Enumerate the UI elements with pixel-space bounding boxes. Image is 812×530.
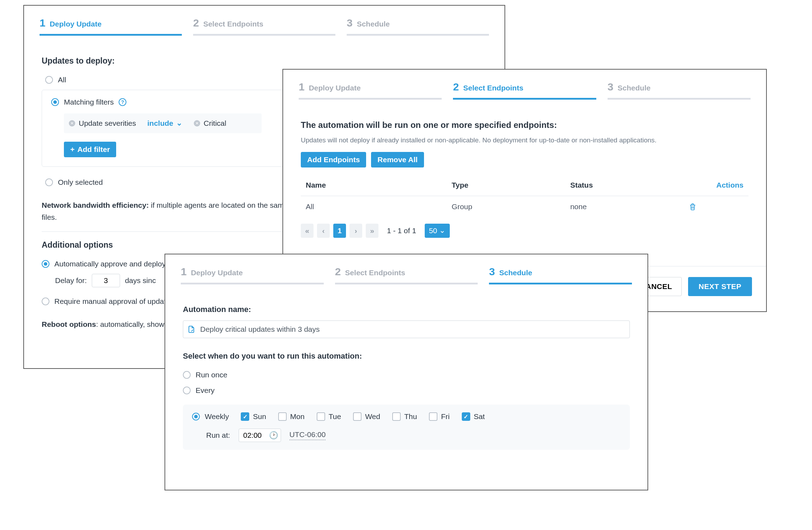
- automation-name-field[interactable]: [183, 320, 630, 338]
- table-header-row: Name Type Status Actions: [301, 175, 748, 196]
- step-schedule[interactable]: 3Schedule: [347, 17, 489, 36]
- radio-every[interactable]: Every: [183, 383, 630, 398]
- day-label: Wed: [365, 412, 380, 421]
- day-label: Tue: [329, 412, 341, 421]
- add-endpoints-button[interactable]: Add Endpoints: [301, 152, 366, 167]
- radio-dot-icon: [45, 76, 53, 84]
- weekly-schedule-group: Weekly Sun Mon Tue Wed: [183, 405, 630, 450]
- checkbox-icon: [392, 412, 401, 421]
- step-select-endpoints[interactable]: 2Select Endpoints: [335, 266, 478, 284]
- every-label: Every: [196, 386, 215, 395]
- document-icon: [187, 325, 196, 334]
- page-number-1[interactable]: 1: [333, 224, 346, 238]
- add-filter-button[interactable]: + Add filter: [64, 142, 116, 157]
- day-thu[interactable]: Thu: [392, 412, 417, 421]
- step-deploy-update[interactable]: 1Deploy Update: [40, 17, 182, 36]
- remove-all-label: Remove All: [377, 155, 418, 164]
- day-tue[interactable]: Tue: [317, 412, 341, 421]
- cell-status: none: [570, 202, 689, 211]
- next-step-label: NEXT STEP: [699, 282, 741, 291]
- radio-dot-icon: [51, 98, 59, 106]
- step-deploy-update[interactable]: 1Deploy Update: [181, 266, 324, 284]
- step-select-endpoints[interactable]: 2Select Endpoints: [453, 81, 596, 100]
- weekly-label: Weekly: [205, 412, 229, 421]
- next-step-button[interactable]: NEXT STEP: [688, 277, 752, 296]
- page-prev-button[interactable]: ‹: [317, 224, 330, 238]
- page-last-button[interactable]: »: [366, 224, 378, 238]
- add-filter-label: Add filter: [77, 145, 110, 154]
- help-icon[interactable]: ?: [119, 98, 126, 106]
- remove-token-icon[interactable]: ✕: [194, 120, 200, 126]
- filter-field-label: Update severities: [79, 119, 136, 128]
- filter-field-token[interactable]: ✕ Update severities: [69, 119, 136, 128]
- day-label: Mon: [290, 412, 305, 421]
- step-schedule[interactable]: 3Schedule: [608, 81, 751, 100]
- page-next-button[interactable]: ›: [350, 224, 362, 238]
- pagination: « ‹ 1 › » 1 - 1 of 1 50 ⌄: [301, 224, 748, 238]
- page-first-button[interactable]: «: [301, 224, 314, 238]
- step-select-endpoints[interactable]: 2Select Endpoints: [193, 17, 335, 36]
- run-once-label: Run once: [196, 371, 227, 379]
- col-status: Status: [570, 181, 689, 189]
- filter-value-token[interactable]: ✕ Critical: [194, 119, 226, 128]
- run-at-label: Run at:: [206, 431, 230, 440]
- delay-for-label: Delay for:: [55, 276, 87, 285]
- radio-dot-icon: [45, 178, 53, 186]
- timezone-select[interactable]: UTC-06:00: [289, 430, 326, 440]
- checkbox-icon: [317, 412, 325, 421]
- checkbox-icon: [462, 412, 470, 421]
- col-actions: Actions: [689, 181, 744, 189]
- run-at-time-field[interactable]: 🕑: [239, 429, 281, 442]
- day-fri[interactable]: Fri: [429, 412, 450, 421]
- day-sun[interactable]: Sun: [241, 412, 266, 421]
- radio-dot-icon: [192, 413, 200, 420]
- radio-only-selected-label: Only selected: [58, 178, 103, 187]
- day-label: Sun: [253, 412, 266, 421]
- step-deploy-update[interactable]: 1Deploy Update: [299, 81, 442, 100]
- day-wed[interactable]: Wed: [353, 412, 380, 421]
- remove-token-icon[interactable]: ✕: [69, 120, 75, 126]
- radio-run-once[interactable]: Run once: [183, 367, 630, 383]
- table-row: All Group none: [301, 196, 748, 217]
- plus-icon: +: [70, 145, 74, 154]
- filter-operator-select[interactable]: include ⌄: [142, 118, 187, 129]
- chevron-down-icon: ⌄: [439, 226, 446, 235]
- delay-days-input[interactable]: [92, 274, 120, 287]
- checkbox-icon: [278, 412, 287, 421]
- remove-all-button[interactable]: Remove All: [371, 152, 424, 167]
- clock-icon: 🕑: [269, 431, 278, 440]
- radio-weekly[interactable]: Weekly: [192, 412, 229, 421]
- radio-dot-icon: [183, 371, 191, 379]
- endpoints-heading: The automation will be run on one or mor…: [301, 120, 748, 130]
- checkbox-icon: [429, 412, 437, 421]
- radio-dot-icon: [42, 298, 49, 305]
- trash-icon[interactable]: [689, 202, 744, 211]
- day-label: Sat: [474, 412, 485, 421]
- panel-schedule: 1Deploy Update 2Select Endpoints 3Schedu…: [165, 254, 648, 490]
- cell-name: All: [306, 202, 452, 211]
- chevron-down-icon: ⌄: [176, 119, 183, 127]
- stepper: 1Deploy Update 2Select Endpoints 3Schedu…: [165, 254, 647, 284]
- filter-operator-label: include: [147, 119, 173, 128]
- add-endpoints-label: Add Endpoints: [307, 155, 360, 164]
- radio-dot-icon: [183, 387, 191, 394]
- step-schedule[interactable]: 3Schedule: [489, 266, 632, 284]
- automation-name-label: Automation name:: [183, 305, 630, 314]
- radio-matching-label: Matching filters: [64, 98, 114, 106]
- endpoints-table: Name Type Status Actions All Group none: [301, 175, 748, 217]
- page-size-select[interactable]: 50 ⌄: [425, 224, 450, 238]
- day-mon[interactable]: Mon: [278, 412, 305, 421]
- day-label: Fri: [441, 412, 450, 421]
- automation-name-input[interactable]: [183, 320, 630, 338]
- stepper: 1Deploy Update 2Select Endpoints 3Schedu…: [283, 70, 766, 100]
- page-range-label: 1 - 1 of 1: [387, 226, 416, 235]
- filter-value-label: Critical: [204, 119, 226, 128]
- col-type: Type: [452, 181, 570, 189]
- day-sat[interactable]: Sat: [462, 412, 485, 421]
- checkbox-icon: [353, 412, 362, 421]
- radio-dot-icon: [42, 260, 49, 268]
- page-size-value: 50: [429, 226, 437, 235]
- endpoints-subheading: Updates will not deploy if already insta…: [301, 136, 748, 144]
- day-label: Thu: [404, 412, 417, 421]
- manual-approval-label: Require manual approval of updates: [54, 297, 174, 306]
